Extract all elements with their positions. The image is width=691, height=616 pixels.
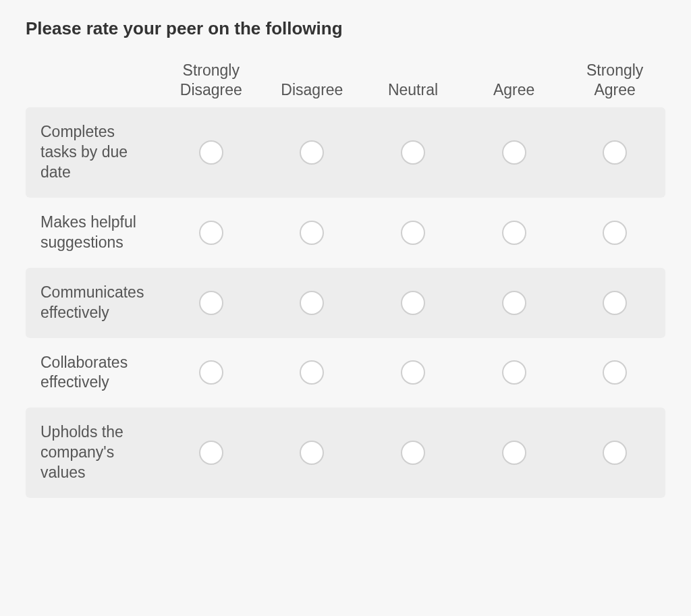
row-label: Makes helpful suggestions — [26, 213, 161, 253]
column-header-agree: Agree — [464, 80, 565, 100]
radio-cell — [262, 221, 363, 245]
radio-upholds-values-disagree[interactable] — [300, 441, 324, 465]
radio-communicates-strongly-agree[interactable] — [603, 291, 627, 315]
radio-helpful-suggestions-strongly-disagree[interactable] — [199, 221, 223, 245]
radio-cell — [564, 221, 665, 245]
column-header-neutral: Neutral — [362, 80, 464, 100]
radio-completes-tasks-disagree[interactable] — [300, 140, 324, 165]
radio-helpful-suggestions-agree[interactable] — [502, 221, 526, 245]
radio-cell — [262, 441, 363, 465]
radio-cell — [161, 221, 262, 245]
radio-cell — [262, 140, 363, 165]
radio-cell — [464, 441, 565, 465]
radio-cell — [564, 360, 665, 385]
radio-cell — [362, 140, 464, 165]
radio-cell — [262, 360, 363, 385]
matrix-row-helpful-suggestions: Makes helpful suggestions — [26, 198, 665, 268]
radio-communicates-neutral[interactable] — [401, 291, 425, 315]
column-header-strongly-agree: Strongly Agree — [564, 61, 665, 100]
survey-container: Please rate your peer on the following S… — [0, 0, 691, 498]
radio-communicates-strongly-disagree[interactable] — [199, 291, 223, 315]
radio-completes-tasks-agree[interactable] — [502, 140, 526, 165]
radio-cell — [464, 140, 565, 165]
radio-cell — [464, 221, 565, 245]
radio-cell — [564, 291, 665, 315]
radio-cell — [161, 291, 262, 315]
row-label: Communicates effectively — [26, 283, 161, 323]
radio-upholds-values-strongly-agree[interactable] — [603, 441, 627, 465]
radio-collaborates-disagree[interactable] — [300, 360, 324, 385]
row-label: Upholds the company's values — [26, 422, 161, 483]
radio-cell — [161, 360, 262, 385]
radio-cell — [362, 360, 464, 385]
radio-cell — [464, 360, 565, 385]
radio-cell — [262, 291, 363, 315]
radio-collaborates-neutral[interactable] — [401, 360, 425, 385]
radio-upholds-values-neutral[interactable] — [401, 441, 425, 465]
matrix-header-row: Strongly Disagree Disagree Neutral Agree… — [26, 61, 665, 108]
radio-cell — [564, 441, 665, 465]
radio-cell — [564, 140, 665, 165]
radio-completes-tasks-strongly-disagree[interactable] — [199, 140, 223, 165]
radio-upholds-values-agree[interactable] — [502, 441, 526, 465]
radio-collaborates-strongly-agree[interactable] — [603, 360, 627, 385]
matrix-row-upholds-values: Upholds the company's values — [26, 408, 665, 498]
radio-cell — [362, 291, 464, 315]
radio-communicates-agree[interactable] — [502, 291, 526, 315]
column-header-strongly-disagree: Strongly Disagree — [161, 61, 262, 100]
radio-collaborates-strongly-disagree[interactable] — [199, 360, 223, 385]
matrix-row-completes-tasks: Completes tasks by due date — [26, 107, 665, 198]
row-label: Collaborates effectively — [26, 353, 161, 393]
radio-collaborates-agree[interactable] — [502, 360, 526, 385]
column-header-disagree: Disagree — [262, 80, 363, 100]
radio-communicates-disagree[interactable] — [300, 291, 324, 315]
row-label: Completes tasks by due date — [26, 122, 161, 183]
rating-matrix: Strongly Disagree Disagree Neutral Agree… — [26, 61, 665, 498]
radio-completes-tasks-neutral[interactable] — [401, 140, 425, 165]
radio-helpful-suggestions-neutral[interactable] — [401, 221, 425, 245]
radio-helpful-suggestions-strongly-agree[interactable] — [603, 221, 627, 245]
radio-helpful-suggestions-disagree[interactable] — [300, 221, 324, 245]
radio-upholds-values-strongly-disagree[interactable] — [199, 441, 223, 465]
matrix-row-collaborates: Collaborates effectively — [26, 338, 665, 408]
radio-cell — [362, 441, 464, 465]
radio-cell — [464, 291, 565, 315]
question-title: Please rate your peer on the following — [26, 18, 665, 40]
radio-completes-tasks-strongly-agree[interactable] — [603, 140, 627, 165]
matrix-row-communicates: Communicates effectively — [26, 268, 665, 338]
radio-cell — [161, 441, 262, 465]
radio-cell — [362, 221, 464, 245]
radio-cell — [161, 140, 262, 165]
